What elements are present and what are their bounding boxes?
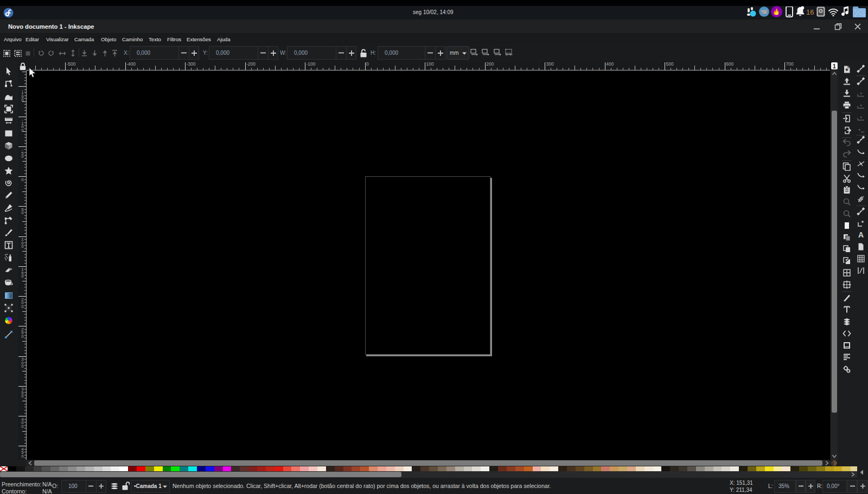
svg-text:A: A [858,230,864,239]
svg-text:734: 734 [762,11,767,14]
